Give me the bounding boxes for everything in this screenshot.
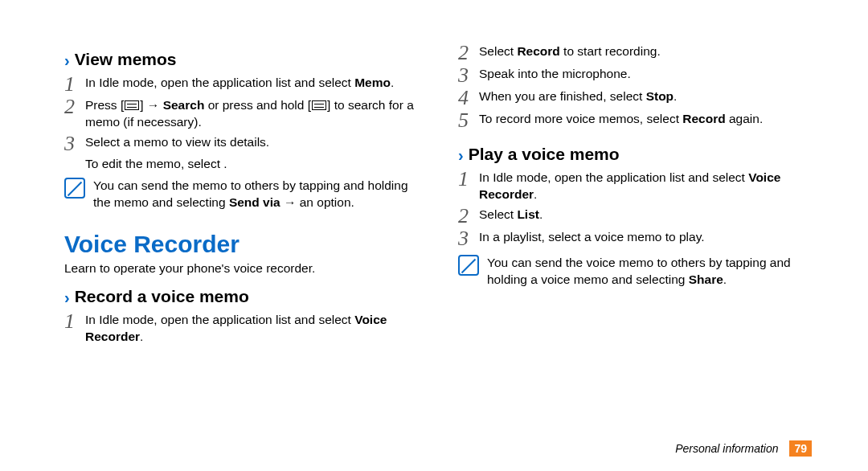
note-icon [458,255,479,276]
note-text: You can send the memo to others by tappi… [93,178,426,211]
step-4: 4 When you are finished, select Stop. [458,88,820,108]
step-text: Speak into the microphone. [479,66,820,83]
chevron-icon: › [64,51,70,70]
heading-text: View memos [75,50,177,68]
step-number: 3 [458,66,479,85]
step-text: In a playlist, select a voice memo to pl… [479,229,820,246]
section-title-voice-recorder: Voice Recorder [64,231,426,258]
left-column: ›View memos 1 In Idle mode, open the app… [64,40,426,447]
step-number: 1 [64,75,85,94]
note-icon [64,178,85,199]
step-number: 3 [458,229,479,248]
step-text: When you are finished, select Stop. [479,88,820,105]
step-3: 3 In a playlist, select a voice memo to … [458,229,820,248]
step-number: 1 [64,312,85,331]
step-number: 3 [64,134,85,154]
step-number: 5 [458,111,479,130]
step-text: Select List. [479,207,820,223]
right-column: 2 Select Record to start recording. 3 Sp… [458,40,820,447]
heading-record-memo: ›Record a voice memo [64,287,426,307]
menu-key-icon [125,100,139,110]
step-1: 1 In Idle mode, open the application lis… [458,170,820,203]
heading-text: Record a voice memo [75,287,249,305]
step-text: Select a memo to view its details. [85,134,426,151]
page-footer: Personal information 79 [675,442,812,455]
step-sub-text: To edit the memo, select . [85,157,426,171]
intro-text: Learn to operate your phone's voice reco… [64,261,426,276]
step-number: 4 [458,88,479,108]
heading-text: Play a voice memo [469,145,620,163]
step-text: In Idle mode, open the application list … [479,170,820,203]
manual-page: ›View memos 1 In Idle mode, open the app… [0,0,868,471]
note-block: You can send the memo to others by tappi… [64,178,426,211]
step-number: 2 [458,207,479,226]
step-3: 3 Speak into the microphone. [458,66,820,85]
step-text: To record more voice memos, select Recor… [479,111,820,128]
step-5: 5 To record more voice memos, select Rec… [458,111,820,130]
step-2: 2 Press [] → Search or press and hold []… [64,97,426,131]
note-text: You can send the voice memo to others by… [487,255,820,289]
heading-play-memo: ›Play a voice memo [458,145,820,165]
step-2: 2 Select List. [458,207,820,226]
footer-section-label: Personal information [675,442,778,455]
step-text: In Idle mode, open the application list … [85,312,426,346]
step-number: 2 [64,97,85,117]
page-number: 79 [789,440,812,457]
chevron-icon: › [458,146,464,165]
step-2: 2 Select Record to start recording. [458,43,820,63]
step-text: Press [] → Search or press and hold [] t… [85,97,426,131]
step-3: 3 Select a memo to view its details. [64,134,426,154]
step-1: 1 In Idle mode, open the application lis… [64,75,426,94]
step-1: 1 In Idle mode, open the application lis… [64,312,426,346]
step-number: 1 [458,170,479,189]
heading-view-memos: ›View memos [64,50,426,70]
chevron-icon: › [64,289,70,307]
menu-key-icon [312,100,326,110]
step-text: In Idle mode, open the application list … [85,75,426,92]
note-block: You can send the voice memo to others by… [458,255,820,289]
step-text: Select Record to start recording. [479,43,820,60]
step-number: 2 [458,43,479,63]
